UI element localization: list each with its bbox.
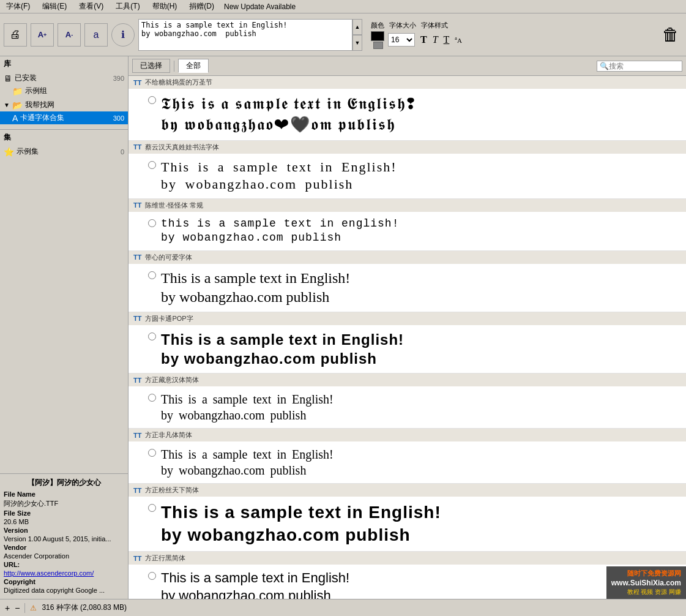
font-entry-header-7: TT 方正粉丝天下简体 [129,484,686,497]
font-radio-8[interactable] [148,572,156,580]
tab-selected[interactable]: 已选择 [132,59,170,73]
tab-bar: 已选择 全部 🔍 [129,56,686,76]
font-entry-header-3: TT 带心的可爱字体 [129,251,686,264]
font-list[interactable]: TT 不给糖就捣蛋的万圣节 𝕿𝖍𝖎𝖘 𝖎𝖘 𝖆 𝖘𝖆𝖒𝖕𝖑𝖊 𝖙𝖊𝖝𝖙 𝖎𝖓 𝕰… [129,76,686,599]
font-preview-5: This is a sample text in English! by wob… [129,386,686,428]
font-size-label: 字体大小 [389,21,416,30]
watermark-line2: www.SuiShiXia.com [611,579,681,587]
font-info-filename-value: 阿汐的少女心.TTF [4,499,58,508]
font-preview-text-3: This is a sample text in English! by wob… [161,269,350,307]
font-info-url-key: URL: [4,561,40,568]
font-group-icon: A [12,113,18,123]
tt-icon-5: TT [133,377,141,384]
font-entry-6: TT 方正非凡体简体 This is a sample text in Engl… [129,429,686,484]
font-radio-1[interactable] [148,161,156,169]
font-info-copyright-value: Digitized data copyright Google ... [4,587,105,594]
search-box: 🔍 [597,61,682,72]
font-entry-5: TT 方正藏意汉体简体 This is a sample text in Eng… [129,374,686,429]
font-lower-button[interactable]: a [84,23,108,47]
font-info-filename-value-row: 阿汐的少女心.TTF [4,499,124,508]
font-size-select[interactable]: 16 12 14 18 24 36 48 [388,33,415,47]
italic-button[interactable]: T [431,34,440,46]
folder-open-icon: 📂 [12,100,23,110]
preview-text-box: This is a sample text in English! by wob… [138,19,362,51]
font-info-title: 【阿汐】阿汐的少女心 [4,478,124,488]
font-entry-0: TT 不给糖就捣蛋的万圣节 𝕿𝖍𝖎𝖘 𝖎𝖘 𝖆 𝖘𝖆𝖒𝖕𝖑𝖊 𝖙𝖊𝖝𝖙 𝖎𝖓 𝕰… [129,76,686,141]
font-radio-7[interactable] [148,504,156,512]
font-radio-4[interactable] [148,332,156,340]
print-button[interactable]: 🖨 [4,23,27,47]
font-radio-6[interactable] [148,449,156,457]
font-info-filesize-value: 20.6 MB [4,518,29,525]
menu-view[interactable]: 查看(V) [76,0,106,13]
warning-icon: ⚠ [30,604,37,612]
font-preview-text-2: this is a sample text in english! by wob… [161,217,399,246]
info-button[interactable]: ℹ [111,23,135,47]
preview-textarea[interactable]: This is a sample text in English! by wob… [138,19,352,51]
sidebar-item-cartoon[interactable]: A 卡通字体合集 300 [0,111,128,124]
font-info-vendor-value: Ascender Corporation [4,552,69,560]
bold-button[interactable]: T [419,34,429,46]
color-swatch-primary[interactable] [371,31,384,41]
font-entry-header-5: TT 方正藏意汉体简体 [129,374,686,386]
font-name-7: 方正粉丝天下简体 [145,486,199,495]
font-name-6: 方正非凡体简体 [145,430,192,440]
menu-help[interactable]: 帮助(H) [150,0,180,13]
font-preview-text-7: This is a sample text in English! by wob… [161,501,441,546]
trash-button[interactable]: 🗑 [659,23,682,47]
font-entry-1: TT 蔡云汉天真姓娃书法字体 This is a sample text in … [129,141,686,199]
font-radio-0[interactable] [148,96,156,104]
small-caps-button[interactable]: aA [453,35,464,45]
watermark-line3: 教程 视频 资源 网赚 [627,588,681,596]
font-name-1: 蔡云汉天真姓娃书法字体 [145,143,219,152]
sidebar: 库 🖥 已安装 390 📁 示例组 ▼ 📂 我帮找网 A 卡通字体合集 300 … [0,56,129,599]
collection-title: 集 [0,130,128,145]
font-info-url-link[interactable]: http://www.ascendercorp.com/ [4,569,94,577]
tt-icon-2: TT [133,201,141,209]
font-info-filename-key: File Name [4,490,40,498]
sidebar-collection-label: 示例集 [17,146,118,157]
minus-icon[interactable]: − [15,603,20,613]
font-preview-6: This is a sample text in English! by wob… [129,441,686,483]
sidebar-item-installed[interactable]: 🖥 已安装 390 [0,72,128,85]
color-label: 颜色 [371,21,384,30]
add-icon[interactable]: + [5,603,10,613]
font-info-version-row: Version [4,527,124,534]
tt-icon-0: TT [133,79,141,86]
tab-all[interactable]: 全部 [178,59,209,73]
font-size-decrease-button[interactable]: A- [58,23,81,47]
status-bar: + − ⚠ 316 种字体 (2,080.83 MB) [0,599,686,616]
content-area: 已选择 全部 🔍 TT 不给糖就捣蛋的万圣节 [129,56,686,599]
tab-separator [174,61,174,72]
textarea-scroll-up[interactable]: ▲ [352,19,362,35]
folder-icon: 📁 [12,86,23,96]
sidebar-group-header[interactable]: ▼ 📂 我帮找网 [0,99,128,111]
menu-donate[interactable]: 捐赠(D) [187,0,217,13]
sidebar-installed-label: 已安装 [15,73,111,83]
font-entry-4: TT 方圆卡通POP字 This is a sample text in Eng… [129,312,686,374]
underline-button[interactable]: T [442,34,452,46]
menubar: 字体(F) 编辑(E) 查看(V) 工具(T) 帮助(H) 捐赠(D) New … [0,0,686,13]
font-entry-header-8: TT 方正行黑简体 [129,552,686,565]
font-info-version-value-row: Version 1.00 August 5, 2015, initia... [4,535,124,543]
font-radio-3[interactable] [148,271,156,279]
font-name-4: 方圆卡通POP字 [145,314,193,323]
font-size-increase-button[interactable]: A+ [31,23,54,47]
font-info-vendor-row: Vendor [4,544,124,551]
menu-tools[interactable]: 工具(T) [113,0,142,13]
font-radio-2[interactable] [148,219,156,227]
font-radio-5[interactable] [148,394,156,402]
menu-edit[interactable]: 编辑(E) [40,0,69,13]
tt-icon-8: TT [133,555,141,562]
font-style-label: 字体样式 [421,21,448,30]
sidebar-item-examples-group[interactable]: 📁 示例组 [0,85,128,97]
textarea-scroll-down[interactable]: ▼ [352,35,362,51]
sidebar-item-collection[interactable]: ⭐ 示例集 0 [0,145,128,158]
font-info-copyright-value-row: Digitized data copyright Google ... [4,587,124,594]
tt-icon-4: TT [133,315,141,322]
color-swatch-secondary[interactable] [373,42,383,49]
expand-icon: ▼ [4,102,10,108]
menu-font[interactable]: 字体(F) [4,0,32,13]
font-preview-text-0: 𝕿𝖍𝖎𝖘 𝖎𝖘 𝖆 𝖘𝖆𝖒𝖕𝖑𝖊 𝖙𝖊𝖝𝖙 𝖎𝖓 𝕰𝖓𝖌𝖑𝖎𝖘𝖍❢ 𝖇𝖞 𝖜𝖔𝖇… [161,94,416,135]
search-input[interactable] [609,62,676,70]
